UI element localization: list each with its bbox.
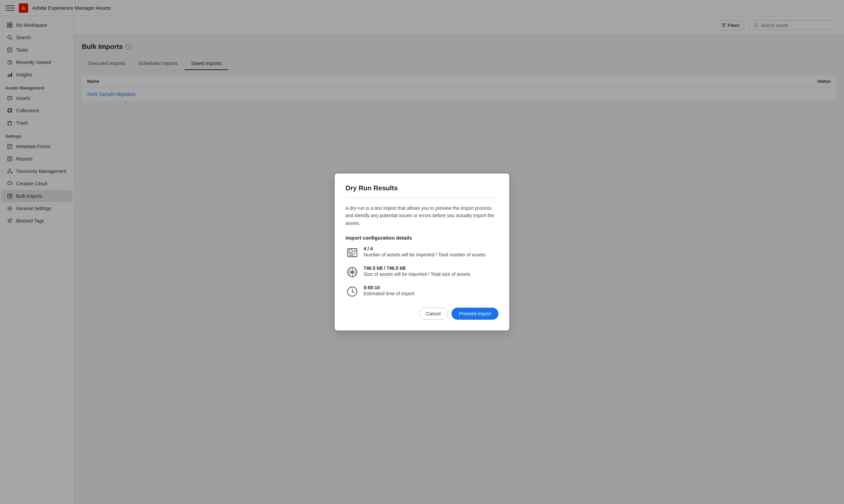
modal-section-title: Import configuration details [345,235,499,240]
stat-size-label: Size of assets will be imported / Total … [364,271,470,277]
stat-size-icon [345,265,359,279]
stat-assets-icon [345,246,359,259]
svg-line-53 [352,291,354,293]
modal-divider [345,197,499,198]
stat-time-value: 0:00:10 [364,285,414,290]
modal-title: Dry Run Results [345,184,499,192]
stat-assets-label: Number of assets will be imported / Tota… [364,252,485,257]
stat-time-text: 0:00:10 Estimated time of import [364,285,414,296]
stat-assets-count: 4 / 4 Number of assets will be imported … [345,246,499,259]
modal-description: A dry-run is a test import that allows y… [345,204,499,227]
stat-time-label: Estimated time of import [364,291,414,296]
dry-run-modal: Dry Run Results A dry-run is a test impo… [335,174,509,330]
proceed-import-button[interactable]: Proceed Import [451,308,499,320]
modal-overlay: Dry Run Results A dry-run is a test impo… [0,0,844,504]
stat-time: 0:00:10 Estimated time of import [345,285,499,298]
modal-actions: Cancel Proceed Import [345,308,499,320]
svg-rect-45 [349,250,352,253]
cancel-button[interactable]: Cancel [419,308,448,320]
stat-assets-text: 4 / 4 Number of assets will be imported … [364,246,485,257]
stat-assets-value: 4 / 4 [364,246,485,251]
stat-time-icon [345,285,359,298]
stat-size-value: 746.5 kB / 746.5 kB [364,265,470,271]
stat-size: 746.5 kB / 746.5 kB Size of assets will … [345,265,499,279]
stat-size-text: 746.5 kB / 746.5 kB Size of assets will … [364,265,470,277]
